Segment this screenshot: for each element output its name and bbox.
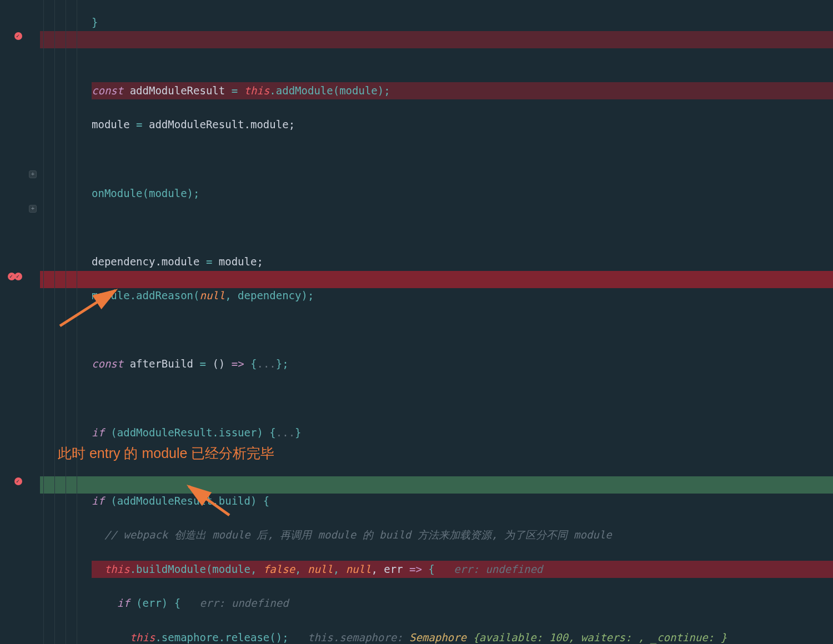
folded-code-icon[interactable]: ... [257, 358, 275, 370]
code-token: = [136, 118, 142, 130]
folded-code-icon[interactable]: ... [276, 426, 295, 439]
code-token: .semaphore.release(); [155, 631, 288, 643]
code-token: }; [276, 358, 289, 370]
code-token: module [92, 118, 136, 130]
editor-gutter: + + [0, 0, 40, 644]
breakpoint-marker[interactable] [14, 32, 22, 40]
code-token: = [199, 358, 205, 370]
annotation-arrow-icon [182, 476, 238, 526]
fold-expand-icon[interactable]: + [29, 205, 37, 213]
code-token: onModule(module); [92, 187, 199, 199]
code-comment: // webpack 创造出 module 后, 再调用 module 的 bu… [104, 529, 612, 541]
code-token: null [199, 289, 225, 301]
code-token: , [333, 563, 346, 575]
code-token: , [295, 563, 308, 575]
code-token: => [409, 563, 422, 575]
code-token: .buildModule(module, [130, 563, 263, 575]
annotation-arrow-icon [56, 275, 128, 335]
code-token: addModuleResult [123, 84, 231, 97]
code-token: addModuleResult.module; [143, 118, 295, 130]
code-token: if [92, 495, 104, 507]
code-token: dependency.module [92, 255, 206, 268]
code-token: this [130, 631, 155, 643]
code-token: if [117, 597, 130, 609]
code-token: afterBuild [123, 358, 199, 370]
inlay-hint: err: undefined [200, 597, 289, 609]
code-token: { [422, 563, 435, 575]
fold-expand-icon[interactable]: + [29, 170, 37, 178]
code-token: this [104, 563, 130, 575]
code-token: module; [212, 255, 263, 268]
code-token: } [295, 426, 301, 439]
inlay-hint: this.semaphore: [308, 631, 409, 643]
code-token: (addModuleResult.issuer) { [104, 426, 276, 439]
code-token: .addModule(module); [269, 84, 390, 97]
code-token: false [263, 563, 295, 575]
inlay-hint: err: undefined [454, 563, 543, 575]
svg-line-0 [60, 290, 116, 326]
inlay-hint: Semaphore [409, 631, 473, 643]
annotation-text: 此时 entry 的 module 已经分析完毕 [58, 442, 274, 465]
code-token: , err [371, 563, 409, 575]
code-token: (err) { [130, 597, 181, 609]
code-token: = [206, 255, 212, 268]
breakpoint-marker[interactable] [14, 477, 22, 485]
code-token: { [244, 358, 257, 370]
code-token: const [92, 84, 123, 97]
code-token: this [238, 84, 269, 97]
code-token: null [308, 563, 333, 575]
code-token: => [232, 358, 244, 370]
code-token: , dependency); [225, 289, 314, 301]
code-token: const [92, 358, 123, 370]
code-token: if [92, 426, 104, 439]
code-editor[interactable]: } const addModuleResult = this.addModule… [92, 0, 833, 644]
code-token: } [92, 16, 98, 28]
breakpoint-marker[interactable] [14, 273, 22, 280]
code-token: = [232, 84, 238, 97]
code-token: () [206, 358, 232, 370]
inlay-hint: {available: 100, waiters: , _continue: } [473, 631, 727, 643]
svg-line-1 [189, 486, 229, 515]
code-token: null [346, 563, 372, 575]
